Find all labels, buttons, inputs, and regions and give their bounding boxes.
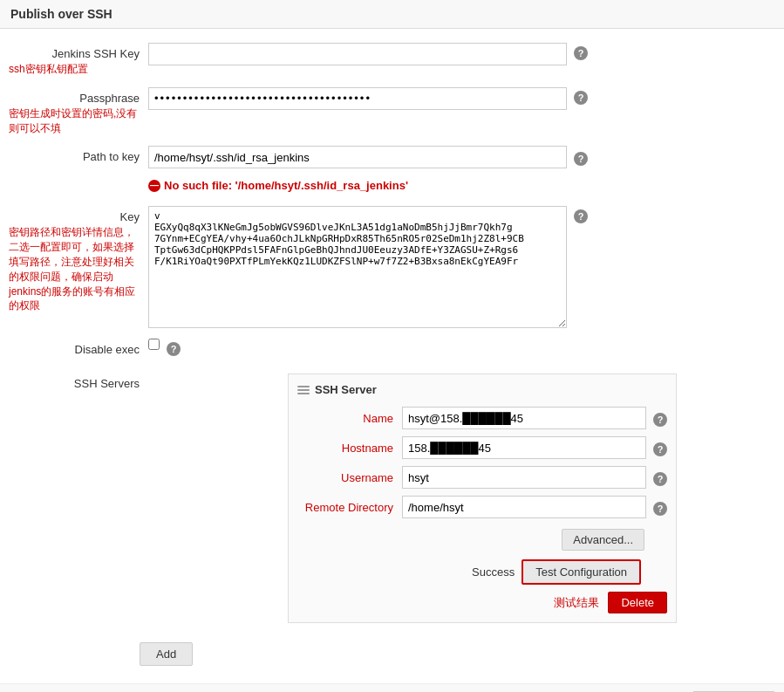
server-hostname-row: Hostname ? <box>297 433 667 462</box>
path-error-message: — No such file: '/home/hsyt/.ssh/id_rsa_… <box>148 179 408 192</box>
test-configuration-button[interactable]: Test Configuration <box>522 559 641 585</box>
success-row: Success Test Configuration <box>297 556 667 588</box>
test-result-row: 测试结果 Delete <box>297 592 667 613</box>
footer-bar: Advanced... <box>0 683 784 692</box>
server-remote-dir-help-icon[interactable]: ? <box>653 502 667 516</box>
server-name-input[interactable] <box>402 407 646 429</box>
advanced-server-button[interactable]: Advanced... <box>562 529 644 551</box>
jenkins-ssh-key-label: Jenkins SSH Key ssh密钥私钥配置 <box>9 43 148 77</box>
disable-exec-control: ? <box>148 339 775 356</box>
server-hostname-label: Hostname <box>297 442 402 455</box>
server-username-label: Username <box>297 471 402 484</box>
test-result-text: 测试结果 <box>554 595 599 611</box>
jenkins-ssh-key-help-icon[interactable]: ? <box>574 46 588 60</box>
server-remote-dir-label: Remote Directory <box>297 501 402 514</box>
jenkins-ssh-key-input[interactable] <box>148 43 567 65</box>
server-hostname-input[interactable] <box>402 436 646 459</box>
error-icon: — <box>148 180 160 192</box>
page-container: Publish over SSH Jenkins SSH Key ssh密钥私钥… <box>0 0 784 692</box>
server-name-label: Name <box>297 412 402 425</box>
server-username-help-icon[interactable]: ? <box>653 472 667 486</box>
jenkins-ssh-key-row: Jenkins SSH Key ssh密钥私钥配置 ? <box>0 38 784 82</box>
ssh-server-header: SSH Server <box>297 383 667 396</box>
disable-exec-checkbox[interactable] <box>148 339 160 350</box>
passphrase-input[interactable] <box>148 87 567 110</box>
add-button[interactable]: Add <box>140 642 193 666</box>
jenkins-ssh-key-control: ? <box>148 43 775 65</box>
key-area-wrapper: v EGXyQq8qX3lKNeGmJg5obWGVS96DlveJKnL3A5… <box>148 206 567 328</box>
path-to-key-label: Path to key <box>9 146 148 163</box>
passphrase-row: Passphrase 密钥生成时设置的密码,没有则可以不填 ? <box>0 82 784 141</box>
section-title: Publish over SSH <box>0 0 784 29</box>
path-to-key-control: ? — No such file: '/home/hsyt/.ssh/id_rs… <box>148 146 775 195</box>
server-name-help-icon[interactable]: ? <box>653 413 667 427</box>
ssh-servers-label: SSH Servers <box>9 370 148 390</box>
disable-exec-row: Disable exec ? <box>0 333 784 365</box>
server-username-input[interactable] <box>402 466 646 489</box>
passphrase-help-icon[interactable]: ? <box>574 91 588 105</box>
passphrase-label: Passphrase 密钥生成时设置的密码,没有则可以不填 <box>9 87 148 136</box>
success-label: Success <box>472 565 515 579</box>
server-remote-dir-input[interactable] <box>402 496 646 518</box>
server-username-row: Username ? <box>297 462 667 492</box>
bottom-actions: Add <box>0 634 784 675</box>
key-row: Key 密钥路径和密钥详情信息，二选一配置即可，如果选择填写路径，注意处理好相关… <box>0 201 784 333</box>
key-textarea[interactable]: v EGXyQq8qX3lKNeGmJg5obWGVS96DlveJKnL3A5… <box>148 206 567 328</box>
ssh-servers-row: SSH Servers SSH Server Name ? <box>0 365 784 628</box>
delete-button[interactable]: Delete <box>608 592 667 613</box>
path-to-key-help-icon[interactable]: ? <box>574 152 588 166</box>
drag-handle[interactable] <box>297 386 310 394</box>
path-to-key-row: Path to key ? — No such file: '/home/hsy… <box>0 140 784 201</box>
ssh-servers-control: SSH Server Name ? Hostname ? <box>148 370 775 623</box>
passphrase-control: ? <box>148 87 775 110</box>
disable-exec-help-icon[interactable]: ? <box>167 342 181 356</box>
key-label: Key 密钥路径和密钥详情信息，二选一配置即可，如果选择填写路径，注意处理好相关… <box>9 206 148 313</box>
key-control: v EGXyQq8qX3lKNeGmJg5obWGVS96DlveJKnL3A5… <box>148 206 775 328</box>
key-help-icon[interactable]: ? <box>574 209 588 223</box>
server-remote-dir-row: Remote Directory ? <box>297 492 667 522</box>
ssh-server-block: SSH Server Name ? Hostname ? <box>288 373 677 623</box>
ssh-server-header-label: SSH Server <box>315 383 377 396</box>
server-hostname-help-icon[interactable]: ? <box>653 442 667 456</box>
path-to-key-input[interactable] <box>148 146 567 168</box>
server-name-row: Name ? <box>297 403 667 433</box>
disable-exec-label: Disable exec <box>9 339 148 356</box>
form-area: Jenkins SSH Key ssh密钥私钥配置 ? Passphrase 密… <box>0 29 784 683</box>
disable-exec-checkbox-row <box>148 339 160 350</box>
